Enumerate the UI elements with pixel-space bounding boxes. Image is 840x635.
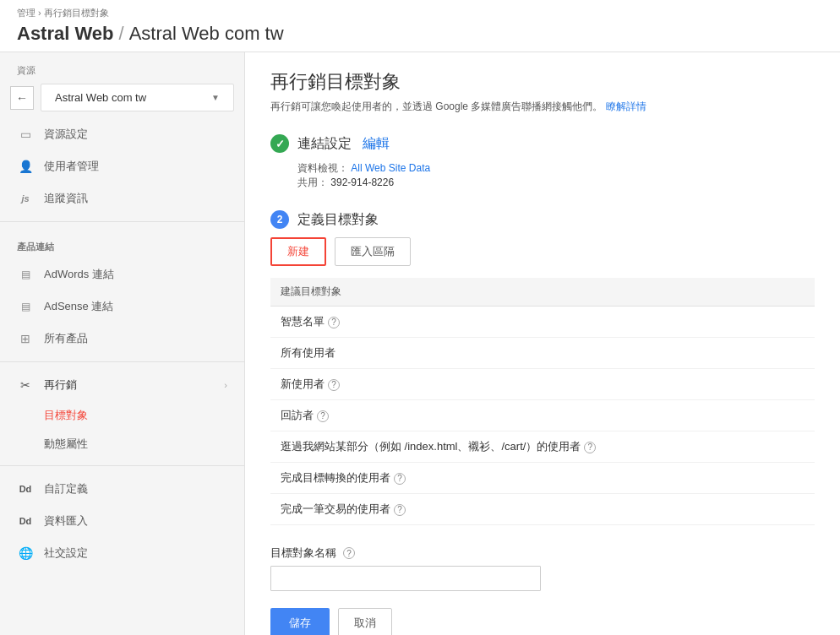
- table-row[interactable]: 新使用者?: [270, 369, 815, 400]
- step1-circle: ✓: [270, 134, 289, 153]
- sidebar-item-label: 社交設定: [44, 545, 88, 561]
- share-row: 共用： 392-914-8226: [297, 176, 815, 190]
- table-cell[interactable]: 回訪者?: [270, 400, 815, 431]
- audience-name-help-icon[interactable]: ?: [343, 547, 355, 559]
- sidebar: 資源 ← Astral Web com tw ▼ ▭ 資源設定 👤 使用者管理 …: [0, 52, 245, 635]
- row-help-icon[interactable]: ?: [317, 410, 329, 422]
- sidebar-item-label: 使用者管理: [44, 159, 99, 174]
- content-area: 再行銷目標對象 再行銷可讓您喚起使用者的，並透過 Google 多媒體廣告聯播網…: [245, 52, 840, 635]
- divider-2: [0, 361, 244, 362]
- table-row[interactable]: 回訪者?: [270, 400, 815, 431]
- sidebar-item-data-import[interactable]: Dd 資料匯入: [0, 505, 244, 537]
- sidebar-item-social-settings[interactable]: 🌐 社交設定: [0, 537, 244, 569]
- import-button[interactable]: 匯入區隔: [335, 237, 411, 266]
- share-label: 共用：: [297, 176, 328, 188]
- table-row[interactable]: 智慧名單?: [270, 307, 815, 338]
- sidebar-item-resource-settings[interactable]: ▭ 資源設定: [0, 118, 244, 150]
- row-help-icon[interactable]: ?: [328, 379, 340, 391]
- content-title: 再行銷目標對象: [270, 69, 815, 95]
- title-sub: Astral Web com tw: [129, 23, 284, 44]
- title-separator: /: [119, 23, 124, 44]
- table-cell[interactable]: 智慧名單?: [270, 307, 815, 338]
- sidebar-item-all-products[interactable]: ⊞ 所有產品: [0, 323, 244, 355]
- cancel-button[interactable]: 取消: [338, 608, 392, 635]
- step2-header: 2 定義目標對象: [270, 210, 815, 229]
- sidebar-item-label: 自訂定義: [44, 481, 88, 497]
- audience-btn-row: 新建 匯入區隔: [270, 237, 815, 266]
- dropdown-arrow-icon: ▼: [211, 93, 220, 102]
- remarketing-submenu: 目標對象 動態屬性: [0, 401, 244, 459]
- divider-3: [0, 465, 244, 466]
- social-settings-icon: 🌐: [17, 546, 34, 560]
- share-value: 392-914-8226: [330, 176, 394, 188]
- audience-table: 建議目標對象 智慧名單?所有使用者新使用者?回訪者?逛過我網站某部分（例如 /i…: [270, 278, 815, 525]
- back-button[interactable]: ←: [10, 86, 34, 110]
- table-cell[interactable]: 逛過我網站某部分（例如 /index.html、襯衫、/cart/）的使用者?: [270, 431, 815, 463]
- sidebar-item-remarketing[interactable]: ✂ 再行銷 ›: [0, 369, 244, 401]
- sidebar-item-dynamic-attributes[interactable]: 動態屬性: [44, 430, 244, 459]
- table-header: 建議目標對象: [270, 278, 815, 307]
- sidebar-item-tracking-info[interactable]: js 追蹤資訊: [0, 182, 244, 214]
- audience-name-label: 目標對象名稱 ?: [270, 545, 815, 561]
- breadcrumb: 管理 › 再行銷目標對象: [17, 7, 823, 19]
- header: 管理 › 再行銷目標對象 Astral Web/Astral Web com t…: [0, 0, 840, 52]
- action-row: 儲存 取消: [270, 608, 815, 635]
- step1-title-text: 連結設定: [297, 136, 352, 150]
- sidebar-item-label: 資源設定: [44, 127, 88, 142]
- main-layout: 資源 ← Astral Web com tw ▼ ▭ 資源設定 👤 使用者管理 …: [0, 52, 840, 635]
- sidebar-item-adwords[interactable]: ▤ AdWords 連結: [0, 258, 244, 290]
- table-cell[interactable]: 所有使用者: [270, 338, 815, 369]
- row-help-icon[interactable]: ?: [394, 473, 406, 485]
- learn-more-link[interactable]: 瞭解詳情: [606, 100, 646, 112]
- sidebar-item-label: 所有產品: [44, 331, 88, 346]
- divider-1: [0, 221, 244, 222]
- table-row[interactable]: 逛過我網站某部分（例如 /index.html、襯衫、/cart/）的使用者?: [270, 431, 815, 463]
- remarketing-icon: ✂: [17, 378, 34, 392]
- step2-title: 定義目標對象: [297, 211, 379, 229]
- step1-title: 連結設定 編輯: [297, 135, 390, 153]
- content-desc: 再行銷可讓您喚起使用者的，並透過 Google 多媒體廣告聯播網接觸他們。 瞭解…: [270, 100, 815, 114]
- audience-name-input[interactable]: [270, 566, 541, 591]
- tracking-icon: js: [17, 193, 34, 204]
- data-view-row: 資料檢視： All Web Site Data: [297, 161, 815, 176]
- step1-header: ✓ 連結設定 編輯: [270, 134, 815, 153]
- table-row[interactable]: 所有使用者: [270, 338, 815, 369]
- content-desc-text: 再行銷可讓您喚起使用者的，並透過 Google 多媒體廣告聯播網接觸他們。: [270, 100, 603, 112]
- all-products-icon: ⊞: [17, 332, 34, 345]
- step2-circle: 2: [270, 210, 289, 229]
- sidebar-section-label: 資源: [0, 52, 244, 80]
- data-view-label: 資料檢視：: [297, 162, 348, 174]
- table-cell[interactable]: 完成目標轉換的使用者?: [270, 463, 815, 494]
- adwords-icon: ▤: [17, 269, 34, 280]
- save-button[interactable]: 儲存: [270, 608, 330, 635]
- sidebar-item-label: 資料匯入: [44, 513, 88, 529]
- table-row[interactable]: 完成目標轉換的使用者?: [270, 463, 815, 494]
- data-view-value: All Web Site Data: [351, 162, 430, 174]
- sidebar-item-custom-def[interactable]: Dd 自訂定義: [0, 473, 244, 505]
- table-cell[interactable]: 完成一筆交易的使用者?: [270, 494, 815, 525]
- new-button[interactable]: 新建: [270, 237, 326, 266]
- sidebar-item-adsense[interactable]: ▤ AdSense 連結: [0, 290, 244, 323]
- sidebar-item-label: AdSense 連結: [44, 299, 113, 314]
- connection-info: 資料檢視： All Web Site Data 共用： 392-914-8226: [297, 161, 815, 190]
- row-help-icon[interactable]: ?: [584, 442, 596, 453]
- data-import-icon: Dd: [17, 516, 34, 526]
- adsense-icon: ▤: [17, 301, 34, 312]
- sidebar-item-user-management[interactable]: 👤 使用者管理: [0, 150, 244, 182]
- sidebar-item-target-audience[interactable]: 目標對象: [44, 401, 244, 430]
- title-brand: Astral Web: [17, 23, 114, 44]
- resource-settings-icon: ▭: [17, 128, 34, 141]
- table-row[interactable]: 完成一筆交易的使用者?: [270, 494, 815, 525]
- sidebar-item-remarketing-label: 再行銷: [44, 377, 77, 393]
- property-dropdown-value: Astral Web com tw: [55, 91, 146, 104]
- row-help-icon[interactable]: ?: [394, 504, 406, 516]
- audience-name-section: 目標對象名稱 ?: [270, 545, 815, 591]
- step2-section: 2 定義目標對象 新建 匯入區隔 建議目標對象 智慧名單?所有使用者新使用者?回…: [270, 210, 815, 635]
- sidebar-item-label: AdWords 連結: [44, 267, 114, 282]
- step1-section: ✓ 連結設定 編輯 資料檢視： All Web Site Data 共用： 39…: [270, 134, 815, 190]
- user-management-icon: 👤: [17, 160, 34, 173]
- property-dropdown[interactable]: Astral Web com tw ▼: [41, 84, 234, 111]
- row-help-icon[interactable]: ?: [328, 317, 340, 328]
- step1-edit-link[interactable]: 編輯: [363, 136, 390, 150]
- table-cell[interactable]: 新使用者?: [270, 369, 815, 400]
